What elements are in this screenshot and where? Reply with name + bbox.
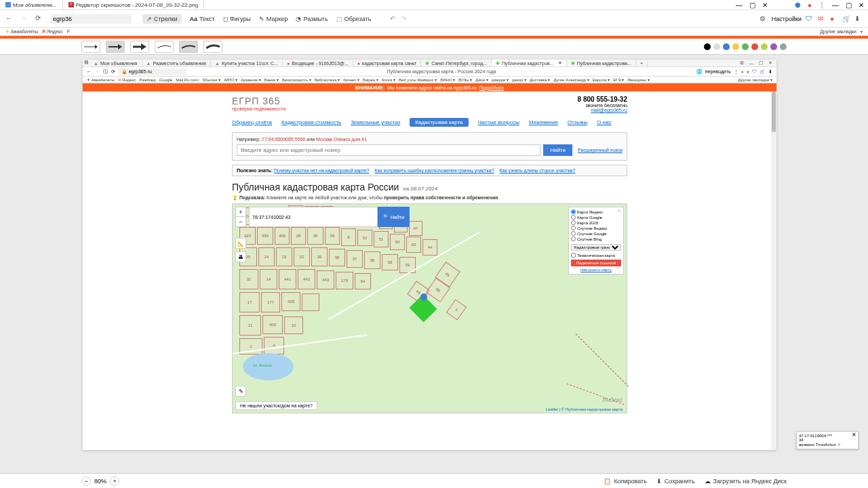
edit-button[interactable]: ✎ <box>235 386 246 396</box>
ibm-24[interactable]: Женщины ▾ <box>627 77 650 82</box>
settings-icon[interactable]: ⚙ <box>760 15 768 23</box>
ibm-6[interactable]: АВТО ▾ <box>224 77 237 82</box>
ibm-16[interactable]: ВУЗы ▾ <box>458 77 472 82</box>
nav-2[interactable]: Земельные участки <box>351 119 400 125</box>
ibm-15[interactable]: ВИНО ▾ <box>440 77 455 82</box>
tune-map-link[interactable]: Настроить карту <box>571 268 621 272</box>
nav-1[interactable]: Кадастровая стоимость <box>281 119 341 125</box>
ibm-23[interactable]: ЕГЭ ▾ <box>613 77 624 82</box>
note-close-icon[interactable]: ✕ <box>852 432 856 438</box>
inner-tab-6[interactable]: ◉Публичная кадастров...✕ <box>492 60 567 66</box>
save-button[interactable]: ⬇Сохранить <box>656 478 695 485</box>
ibm-3[interactable]: Google <box>159 78 172 82</box>
upload-button[interactable]: ☁Загрузить на Яндекс Диск <box>705 478 787 485</box>
useful-2[interactable]: Как узнать длины сторон участка? <box>500 168 576 173</box>
ibm-10[interactable]: Библиотека ▾ <box>315 77 340 82</box>
advanced-search-link[interactable]: Расширенный поиск <box>578 148 623 152</box>
layer-radio-1[interactable] <box>571 215 576 220</box>
nav-4[interactable]: Частые вопросы <box>478 119 519 125</box>
layer-radio-5[interactable] <box>571 237 576 241</box>
useful-0[interactable]: Почему участка нет на кадастровой карте? <box>274 168 370 173</box>
inner-tab-4[interactable]: ●кадастровая карта санкт <box>353 60 422 66</box>
inner-other-bm[interactable]: Другие закладки ▾ <box>738 77 772 82</box>
color-4[interactable] <box>742 43 749 50</box>
inner-menu-icon[interactable]: ⋮ <box>734 69 738 75</box>
translate-icon[interactable]: 🌐 <box>696 69 703 75</box>
tool-shapes[interactable]: ◻Фигуры <box>223 14 251 24</box>
color-2[interactable] <box>723 43 730 50</box>
zoom-out-icon[interactable]: − <box>81 476 91 486</box>
inner-min-icon[interactable]: — <box>748 60 755 66</box>
color-7[interactable] <box>770 43 777 50</box>
layer-radio-2[interactable] <box>571 220 576 225</box>
minimize-icon[interactable]: — <box>736 1 743 9</box>
ibm-5[interactable]: SSылки ▾ <box>203 77 220 82</box>
inner-tab-add[interactable]: + <box>636 60 648 66</box>
inner-dots-icon[interactable]: ⊞ <box>738 60 745 66</box>
shield-icon[interactable]: 🛡 <box>806 15 814 23</box>
color-0[interactable] <box>704 43 711 50</box>
reload-icon[interactable]: ⟳ <box>35 14 45 24</box>
color-3[interactable] <box>732 43 739 50</box>
find-button[interactable]: Найти <box>543 144 572 156</box>
inner-ext4-icon[interactable]: 🛒 <box>760 69 766 75</box>
color-8[interactable] <box>780 43 787 50</box>
ibm-2[interactable]: Рамблер <box>139 78 156 82</box>
ibm-4[interactable]: Mail.Ru почт <box>176 78 199 82</box>
arrow-style-5[interactable] <box>179 41 198 53</box>
settings-label[interactable]: Настройки <box>772 16 802 22</box>
inner-tab-1[interactable]: ▲Разместить объявление <box>142 60 212 66</box>
thematic-check[interactable] <box>571 253 576 258</box>
inner-tab-0[interactable]: ▲Мои объявления <box>90 60 142 66</box>
undo-icon[interactable]: ↶ <box>390 15 395 22</box>
inner-max-icon[interactable]: ▢ <box>757 60 764 66</box>
forward-icon[interactable]: → <box>20 14 30 24</box>
bm-f[interactable]: F <box>67 29 70 34</box>
ibm-9[interactable]: Безопасность ▾ <box>282 77 311 82</box>
ibm-7[interactable]: Армения ▾ <box>241 77 260 82</box>
ruler-button[interactable]: 📐 <box>235 238 246 249</box>
arrow-style-1[interactable] <box>81 41 100 53</box>
nav-0[interactable]: Образец отчёта <box>232 119 272 125</box>
nav-3[interactable]: Кадастровая карта <box>410 118 468 127</box>
bm-yandex[interactable]: ЯЯндекс <box>42 29 63 34</box>
useful-1[interactable]: Как исправить ошибку расположения границ… <box>374 168 494 173</box>
ibm-21[interactable]: Дугин Александр ▾ <box>553 77 589 82</box>
translate-label[interactable]: переводить <box>705 69 731 74</box>
warn-link[interactable]: Подробнее <box>479 85 504 90</box>
inner-win-left[interactable]: ▤ <box>83 60 90 65</box>
ibm-1[interactable]: Я Яндекс <box>118 78 136 82</box>
color-5[interactable] <box>751 43 758 50</box>
ext4-icon[interactable]: — <box>832 1 839 9</box>
outer-tab-1[interactable]: YРедактор скриншотов - 2024-07-08_20-32-… <box>63 0 205 9</box>
ibm-17[interactable]: Дача ▾ <box>475 77 488 82</box>
ibm-19[interactable]: декор ▾ <box>512 77 526 82</box>
ext-red-icon[interactable]: ● <box>830 15 838 23</box>
address-input[interactable] <box>50 14 132 24</box>
ibm-0[interactable]: ✈ Авиабилеты <box>87 77 115 82</box>
ext-cart-icon[interactable]: 🛒 <box>842 15 850 23</box>
ext5-icon[interactable]: ▢ <box>846 1 852 9</box>
ibm-22[interactable]: Европа ▾ <box>593 77 610 82</box>
arrow-style-6[interactable] <box>203 41 222 53</box>
inner-reload-icon[interactable]: ⟳ <box>111 69 115 75</box>
map-find-button[interactable]: 🔍Найти <box>378 207 410 227</box>
back-icon[interactable]: ← <box>5 14 15 24</box>
bm-avia[interactable]: ✈Авиабилеты <box>5 29 38 35</box>
redo-icon[interactable]: ↷ <box>401 15 406 22</box>
inner-ext2-icon[interactable]: ● <box>747 69 749 74</box>
download-icon[interactable]: ⬇ <box>854 15 863 23</box>
ext2-icon[interactable]: ● <box>808 1 812 9</box>
inner-ext1-icon[interactable]: ● <box>741 69 744 74</box>
layer-radio-0[interactable] <box>571 209 576 214</box>
print-button[interactable]: 🖶 <box>235 251 246 262</box>
tool-crop[interactable]: ⬚Обрезать <box>336 14 372 24</box>
ibm-13[interactable]: блоги ▾ <box>382 77 395 82</box>
inner-url[interactable]: 🔒 egrp365.ru <box>119 68 186 75</box>
ext6-icon[interactable]: ✕ <box>859 1 864 9</box>
ibm-11[interactable]: бизнес ▾ <box>343 77 359 82</box>
not-found-link[interactable]: Не нашли участок/дом на карте? <box>235 401 317 410</box>
ibm-8[interactable]: Банки ▾ <box>264 77 279 82</box>
share-button[interactable]: Поделиться ссылкой <box>571 260 621 266</box>
other-bookmarks[interactable]: Другие закладки <box>820 29 856 34</box>
